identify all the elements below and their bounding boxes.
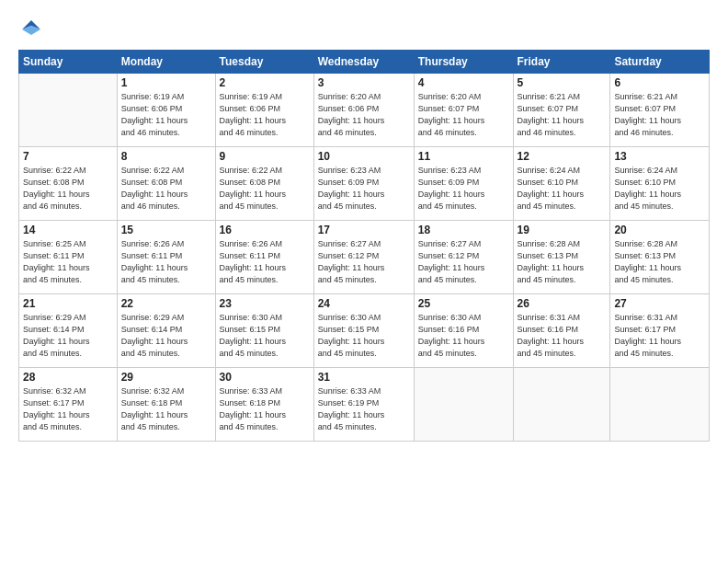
- day-info: Sunrise: 6:22 AM Sunset: 6:08 PM Dayligh…: [23, 165, 113, 213]
- day-number: 24: [318, 297, 410, 310]
- calendar-cell: 28Sunrise: 6:32 AM Sunset: 6:17 PM Dayli…: [19, 368, 118, 442]
- day-info: Sunrise: 6:30 AM Sunset: 6:16 PM Dayligh…: [418, 312, 509, 360]
- day-number: 8: [121, 150, 211, 163]
- day-info: Sunrise: 6:21 AM Sunset: 6:07 PM Dayligh…: [614, 91, 705, 139]
- logo-icon: [18, 17, 44, 42]
- day-info: Sunrise: 6:19 AM Sunset: 6:06 PM Dayligh…: [121, 91, 211, 139]
- day-number: 29: [121, 371, 211, 384]
- calendar-table: SundayMondayTuesdayWednesdayThursdayFrid…: [18, 50, 710, 442]
- calendar-cell: 12Sunrise: 6:24 AM Sunset: 6:10 PM Dayli…: [513, 147, 610, 221]
- header-day-monday: Monday: [117, 51, 215, 74]
- calendar-cell: 2Sunrise: 6:19 AM Sunset: 6:06 PM Daylig…: [215, 74, 313, 147]
- header-day-sunday: Sunday: [19, 51, 118, 74]
- calendar-cell: 5Sunrise: 6:21 AM Sunset: 6:07 PM Daylig…: [513, 74, 610, 147]
- day-number: 2: [220, 76, 310, 89]
- day-info: Sunrise: 6:32 AM Sunset: 6:17 PM Dayligh…: [23, 385, 113, 433]
- day-info: Sunrise: 6:31 AM Sunset: 6:17 PM Dayligh…: [614, 312, 705, 360]
- day-info: Sunrise: 6:29 AM Sunset: 6:14 PM Dayligh…: [121, 312, 211, 360]
- calendar-cell: 15Sunrise: 6:26 AM Sunset: 6:11 PM Dayli…: [117, 221, 215, 294]
- calendar-cell: 6Sunrise: 6:21 AM Sunset: 6:07 PM Daylig…: [610, 74, 710, 147]
- day-number: 11: [418, 150, 509, 163]
- calendar-cell: 19Sunrise: 6:28 AM Sunset: 6:13 PM Dayli…: [513, 221, 610, 294]
- calendar-body: 1Sunrise: 6:19 AM Sunset: 6:06 PM Daylig…: [19, 74, 710, 442]
- calendar-cell: 20Sunrise: 6:28 AM Sunset: 6:13 PM Dayli…: [610, 221, 710, 294]
- calendar-cell: 10Sunrise: 6:23 AM Sunset: 6:09 PM Dayli…: [313, 147, 414, 221]
- day-info: Sunrise: 6:24 AM Sunset: 6:10 PM Dayligh…: [614, 165, 705, 213]
- calendar-cell: [19, 74, 118, 147]
- day-info: Sunrise: 6:23 AM Sunset: 6:09 PM Dayligh…: [318, 165, 410, 213]
- day-number: 27: [614, 297, 705, 310]
- day-number: 10: [318, 150, 410, 163]
- day-number: 5: [518, 76, 607, 89]
- day-info: Sunrise: 6:20 AM Sunset: 6:06 PM Dayligh…: [318, 91, 410, 139]
- calendar-cell: 26Sunrise: 6:31 AM Sunset: 6:16 PM Dayli…: [513, 294, 610, 368]
- day-number: 3: [318, 76, 410, 89]
- week-row-2: 7Sunrise: 6:22 AM Sunset: 6:08 PM Daylig…: [19, 147, 710, 221]
- calendar-cell: 17Sunrise: 6:27 AM Sunset: 6:12 PM Dayli…: [313, 221, 414, 294]
- day-info: Sunrise: 6:29 AM Sunset: 6:14 PM Dayligh…: [23, 312, 113, 360]
- day-info: Sunrise: 6:30 AM Sunset: 6:15 PM Dayligh…: [220, 312, 310, 360]
- calendar-cell: 23Sunrise: 6:30 AM Sunset: 6:15 PM Dayli…: [215, 294, 313, 368]
- calendar-cell: 22Sunrise: 6:29 AM Sunset: 6:14 PM Dayli…: [117, 294, 215, 368]
- day-info: Sunrise: 6:33 AM Sunset: 6:19 PM Dayligh…: [318, 385, 410, 433]
- day-info: Sunrise: 6:21 AM Sunset: 6:07 PM Dayligh…: [518, 91, 607, 139]
- day-info: Sunrise: 6:22 AM Sunset: 6:08 PM Dayligh…: [220, 165, 310, 213]
- week-row-4: 21Sunrise: 6:29 AM Sunset: 6:14 PM Dayli…: [19, 294, 710, 368]
- calendar-cell: 27Sunrise: 6:31 AM Sunset: 6:17 PM Dayli…: [610, 294, 710, 368]
- header-day-friday: Friday: [513, 51, 610, 74]
- day-number: 17: [318, 224, 410, 236]
- calendar-cell: 14Sunrise: 6:25 AM Sunset: 6:11 PM Dayli…: [19, 221, 118, 294]
- day-info: Sunrise: 6:30 AM Sunset: 6:15 PM Dayligh…: [318, 312, 410, 360]
- calendar-cell: 1Sunrise: 6:19 AM Sunset: 6:06 PM Daylig…: [117, 74, 215, 147]
- day-number: 15: [121, 224, 211, 236]
- calendar-cell: 4Sunrise: 6:20 AM Sunset: 6:07 PM Daylig…: [414, 74, 513, 147]
- header: [18, 17, 710, 42]
- day-number: 19: [518, 224, 607, 236]
- calendar-cell: 31Sunrise: 6:33 AM Sunset: 6:19 PM Dayli…: [313, 368, 414, 442]
- day-number: 23: [220, 297, 310, 310]
- calendar-header: SundayMondayTuesdayWednesdayThursdayFrid…: [19, 51, 710, 74]
- day-info: Sunrise: 6:26 AM Sunset: 6:11 PM Dayligh…: [121, 238, 211, 286]
- day-number: 9: [220, 150, 310, 163]
- day-info: Sunrise: 6:27 AM Sunset: 6:12 PM Dayligh…: [318, 238, 410, 286]
- day-info: Sunrise: 6:31 AM Sunset: 6:16 PM Dayligh…: [518, 312, 607, 360]
- calendar-cell: 29Sunrise: 6:32 AM Sunset: 6:18 PM Dayli…: [117, 368, 215, 442]
- calendar-cell: 30Sunrise: 6:33 AM Sunset: 6:18 PM Dayli…: [215, 368, 313, 442]
- calendar-cell: [513, 368, 610, 442]
- day-info: Sunrise: 6:25 AM Sunset: 6:11 PM Dayligh…: [23, 238, 113, 286]
- calendar-cell: 7Sunrise: 6:22 AM Sunset: 6:08 PM Daylig…: [19, 147, 118, 221]
- day-number: 25: [418, 297, 509, 310]
- day-number: 30: [220, 371, 310, 384]
- calendar-cell: 13Sunrise: 6:24 AM Sunset: 6:10 PM Dayli…: [610, 147, 710, 221]
- day-number: 18: [418, 224, 509, 236]
- header-day-thursday: Thursday: [414, 51, 513, 74]
- calendar-cell: 21Sunrise: 6:29 AM Sunset: 6:14 PM Dayli…: [19, 294, 118, 368]
- day-info: Sunrise: 6:19 AM Sunset: 6:06 PM Dayligh…: [220, 91, 310, 139]
- day-info: Sunrise: 6:28 AM Sunset: 6:13 PM Dayligh…: [518, 238, 607, 286]
- calendar-cell: 9Sunrise: 6:22 AM Sunset: 6:08 PM Daylig…: [215, 147, 313, 221]
- page: SundayMondayTuesdayWednesdayThursdayFrid…: [0, 0, 728, 563]
- day-info: Sunrise: 6:27 AM Sunset: 6:12 PM Dayligh…: [418, 238, 509, 286]
- calendar-cell: 24Sunrise: 6:30 AM Sunset: 6:15 PM Dayli…: [313, 294, 414, 368]
- calendar-cell: 8Sunrise: 6:22 AM Sunset: 6:08 PM Daylig…: [117, 147, 215, 221]
- calendar-cell: 18Sunrise: 6:27 AM Sunset: 6:12 PM Dayli…: [414, 221, 513, 294]
- day-info: Sunrise: 6:33 AM Sunset: 6:18 PM Dayligh…: [220, 385, 310, 433]
- day-number: 14: [23, 224, 113, 236]
- day-info: Sunrise: 6:22 AM Sunset: 6:08 PM Dayligh…: [121, 165, 211, 213]
- day-info: Sunrise: 6:32 AM Sunset: 6:18 PM Dayligh…: [121, 385, 211, 433]
- day-number: 31: [318, 371, 410, 384]
- day-number: 26: [518, 297, 607, 310]
- week-row-5: 28Sunrise: 6:32 AM Sunset: 6:17 PM Dayli…: [19, 368, 710, 442]
- header-row: SundayMondayTuesdayWednesdayThursdayFrid…: [19, 51, 710, 74]
- calendar-cell: 25Sunrise: 6:30 AM Sunset: 6:16 PM Dayli…: [414, 294, 513, 368]
- day-number: 12: [518, 150, 607, 163]
- day-info: Sunrise: 6:20 AM Sunset: 6:07 PM Dayligh…: [418, 91, 509, 139]
- calendar-cell: 3Sunrise: 6:20 AM Sunset: 6:06 PM Daylig…: [313, 74, 414, 147]
- day-number: 28: [23, 371, 113, 384]
- logo: [18, 17, 48, 42]
- day-number: 4: [418, 76, 509, 89]
- day-number: 22: [121, 297, 211, 310]
- day-number: 21: [23, 297, 113, 310]
- day-info: Sunrise: 6:28 AM Sunset: 6:13 PM Dayligh…: [614, 238, 705, 286]
- header-day-wednesday: Wednesday: [313, 51, 414, 74]
